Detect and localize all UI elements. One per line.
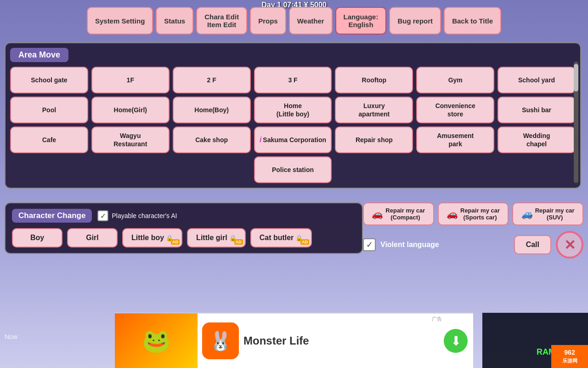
chara-edit-button[interactable]: Chara Edit Item Edit (196, 7, 247, 34)
area-btn-wagyu[interactable]: Wagyu Restaurant (91, 126, 170, 153)
area-btn-home-girl[interactable]: Home(Girl) (91, 97, 170, 123)
area-btn-school-gate[interactable]: School gate (10, 67, 88, 93)
ad-badge-3: AD (300, 239, 309, 245)
call-button[interactable]: Call (514, 235, 551, 254)
language-button[interactable]: Language: English (335, 7, 387, 34)
repair-sports-button[interactable]: 🚗 Repair my car(Sports car) (438, 202, 509, 225)
watermark-text: 962乐游网 (562, 349, 577, 364)
car-repair-row: 🚗 Repair my car(Compact) 🚗 Repair my car… (363, 202, 583, 225)
char-btn-girl[interactable]: Girl (67, 228, 118, 247)
area-move-title: Area Move (10, 48, 68, 62)
area-btn-rooftop[interactable]: Rooftop (335, 67, 413, 93)
area-btn-sushi-bar[interactable]: Sushi bar (498, 97, 576, 123)
now-label: Now (5, 333, 17, 340)
ad-app-icon: 🐰 (202, 322, 239, 359)
char-btn-boy[interactable]: Boy (12, 228, 62, 247)
system-setting-button[interactable]: System Setting (87, 7, 153, 34)
close-button[interactable]: ✕ (556, 231, 583, 259)
scrollbar-track (574, 62, 578, 183)
repair-suv-button[interactable]: 🚙 Repair my car(SUV) (512, 202, 583, 225)
area-btn-pool[interactable]: Pool (10, 97, 88, 123)
area-btn-3f[interactable]: 3 F (254, 67, 332, 93)
ad-title: Monster Life (243, 334, 432, 347)
download-icon: ⬇ (451, 334, 461, 349)
bug-report-button[interactable]: Bug report (389, 7, 441, 34)
close-icon: ✕ (564, 237, 576, 253)
repair-sports-label: Repair my car(Sports car) (460, 207, 500, 221)
violent-checkbox[interactable]: ✓ (363, 238, 376, 251)
repair-compact-button[interactable]: 🚗 Repair my car(Compact) (363, 202, 434, 225)
repair-compact-label: Repair my car(Compact) (385, 207, 425, 221)
area-btn-home-little-boy[interactable]: Home (Little boy) (254, 97, 332, 123)
area-move-panel: Area Move School gate 1F 2 F 3 F Rooftop… (5, 42, 581, 189)
area-btn-amusement-park[interactable]: Amusement park (416, 126, 494, 153)
ad-badge-2: AD (234, 239, 243, 245)
area-btn-convenience-store[interactable]: Convenience store (416, 97, 494, 123)
character-change-panel: Character Change ✓ Playable character's … (5, 202, 363, 254)
ad-bunny-icon: 🐰 (209, 330, 232, 352)
area-grid: School gate 1F 2 F 3 F Rooftop Gym Schoo… (10, 67, 576, 183)
char-btn-little-boy[interactable]: Little boy🔒 AD (122, 228, 182, 247)
violent-label: Violent language (380, 241, 439, 249)
suv-car-icon: 🚙 (521, 208, 533, 219)
sports-car-icon: 🚗 (447, 208, 458, 219)
watermark-962net: 962乐游网 (551, 345, 588, 368)
char-btn-cat-butler[interactable]: Cat butler🔒 AD (250, 228, 312, 247)
ad-banner[interactable]: 🐸 🐰 Monster Life 广告 ⬇ (115, 313, 473, 368)
area-btn-repair-shop[interactable]: Repair shop (335, 126, 413, 153)
ad-download-button[interactable]: ⬇ (444, 329, 468, 353)
char-panel-header: Character Change ✓ Playable character's … (12, 209, 356, 223)
ai-checkbox[interactable]: ✓ (97, 210, 108, 221)
area-btn-wedding-chapel[interactable]: Wedding chapel (498, 126, 576, 153)
char-btn-little-girl[interactable]: Little girl🔒 AD (187, 228, 246, 247)
sakuma-icon: i (260, 135, 261, 145)
right-options-panel: 🚗 Repair my car(Compact) 🚗 Repair my car… (363, 202, 583, 259)
area-btn-home-boy[interactable]: Home(Boy) (173, 97, 251, 123)
area-btn-luxury-apartment[interactable]: Luxury apartment (335, 97, 413, 123)
character-change-title: Character Change (12, 209, 92, 223)
area-btn-police-station[interactable]: Police station (254, 156, 332, 183)
area-btn-cafe[interactable]: Cafe (10, 126, 88, 153)
ad-left-image: 🐸 (115, 313, 198, 368)
ad-label-text: 广告 (432, 316, 442, 322)
area-btn-1f[interactable]: 1F (91, 67, 170, 93)
top-navigation-bar: System Setting Status Chara Edit Item Ed… (0, 0, 588, 41)
ad-monster-graphic: 🐸 (142, 328, 170, 354)
character-grid: Boy Girl Little boy🔒 AD Little girl🔒 AD … (12, 228, 356, 247)
props-button[interactable]: Props (250, 7, 286, 34)
compact-car-icon: 🚗 (372, 208, 383, 219)
area-btn-sakuma[interactable]: i Sakuma Corporation (254, 126, 332, 153)
area-btn-2f[interactable]: 2 F (173, 67, 251, 93)
status-button[interactable]: Status (156, 7, 193, 34)
repair-suv-label: Repair my car(SUV) (535, 207, 575, 221)
area-btn-school-yard[interactable]: School yard (498, 67, 576, 93)
violent-language-row: ✓ Violent language Call ✕ (363, 231, 583, 259)
weather-button[interactable]: Weather (289, 7, 333, 34)
scrollbar-thumb[interactable] (574, 64, 578, 92)
back-to-title-button[interactable]: Back to Title (444, 7, 501, 34)
ai-checkbox-wrap: ✓ Playable character's AI (97, 210, 177, 221)
area-btn-cake-shop[interactable]: Cake shop (173, 126, 251, 153)
ai-label: Playable character's AI (112, 212, 177, 219)
area-btn-gym[interactable]: Gym (416, 67, 494, 93)
ad-badge: AD (171, 239, 180, 245)
